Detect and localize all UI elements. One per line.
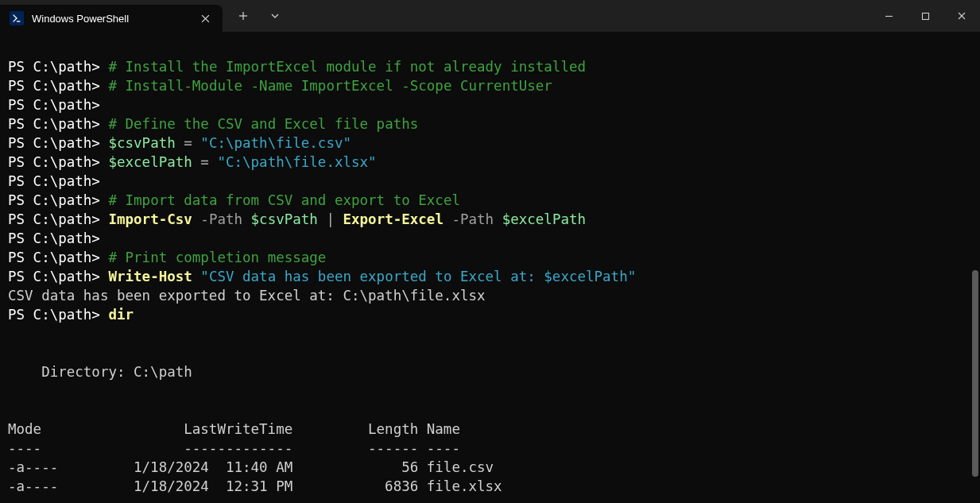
window: Windows PowerShell PS C:\ xyxy=(0,0,980,503)
new-tab-button[interactable] xyxy=(229,3,258,29)
cmdlet: dir xyxy=(108,307,134,323)
parameter: -Path xyxy=(444,211,502,227)
scrollbar-track[interactable] xyxy=(970,32,978,503)
prompt: PS C:\path> xyxy=(8,173,100,189)
variable: $excelPath xyxy=(108,154,192,170)
prompt: PS C:\path> xyxy=(8,307,100,323)
prompt: PS C:\path> xyxy=(8,78,100,94)
variable: $csvPath xyxy=(108,135,175,151)
table-header: Mode LastWriteTime Length Name xyxy=(8,421,460,437)
prompt: PS C:\path> xyxy=(8,97,100,113)
prompt: PS C:\path> xyxy=(8,135,100,151)
table-row: -a---- 1/18/2024 11:40 AM 56 file.csv xyxy=(8,459,494,475)
comment-line: # Install the ImportExcel module if not … xyxy=(108,59,586,75)
output-line: Directory: C:\path xyxy=(8,364,192,380)
cmdlet: Write-Host xyxy=(108,269,192,284)
operator: = xyxy=(176,135,201,151)
window-controls xyxy=(870,0,980,32)
cmdlet: Export-Excel xyxy=(343,211,443,227)
prompt: PS C:\path> xyxy=(8,250,100,265)
titlebar: Windows PowerShell xyxy=(0,0,980,32)
tab-powershell[interactable]: Windows PowerShell xyxy=(0,5,223,32)
powershell-icon xyxy=(10,11,24,25)
operator: = xyxy=(192,154,218,170)
tab-actions xyxy=(223,0,289,32)
terminal-output[interactable]: PS C:\path> # Install the ImportExcel mo… xyxy=(0,32,980,503)
string-literal: "C:\path\file.csv" xyxy=(200,135,351,151)
cmdlet: Import-Csv xyxy=(108,211,192,227)
table-divider: ---- ------------- ------ ---- xyxy=(8,440,460,456)
prompt: PS C:\path> xyxy=(8,192,100,208)
prompt: PS C:\path> xyxy=(8,154,100,170)
minimize-button[interactable] xyxy=(870,0,907,32)
comment-line: # Print completion message xyxy=(108,250,326,265)
pipe-operator: | xyxy=(318,211,343,227)
comment-line: # Define the CSV and Excel file paths xyxy=(108,116,418,132)
string-literal: "C:\path\file.xlsx" xyxy=(217,154,376,170)
prompt: PS C:\path> xyxy=(8,230,100,246)
close-button[interactable] xyxy=(943,0,980,32)
string-literal: "CSV data has been exported to Excel at:… xyxy=(200,269,636,284)
svg-rect-6 xyxy=(922,13,928,19)
comment-line: # Install-Module -Name ImportExcel -Scop… xyxy=(108,78,552,94)
titlebar-drag-region[interactable] xyxy=(289,0,870,32)
prompt: PS C:\path> xyxy=(8,211,100,227)
table-row: -a---- 1/18/2024 12:31 PM 6836 file.xlsx xyxy=(8,478,502,494)
parameter: -Path xyxy=(192,211,251,227)
tab-dropdown-button[interactable] xyxy=(261,3,289,29)
comment-line: # Import data from CSV and export to Exc… xyxy=(108,192,460,208)
maximize-button[interactable] xyxy=(907,0,943,32)
prompt: PS C:\path> xyxy=(8,269,100,284)
tab-title: Windows PowerShell xyxy=(32,13,189,25)
variable: $csvPath xyxy=(251,211,318,227)
prompt: PS C:\path> xyxy=(8,59,100,75)
tab-close-button[interactable] xyxy=(197,10,213,26)
prompt: PS C:\path> xyxy=(8,116,100,132)
scrollbar-thumb[interactable] xyxy=(972,270,978,477)
output-line: CSV data has been exported to Excel at: … xyxy=(8,288,486,304)
variable: $excelPath xyxy=(502,211,586,227)
